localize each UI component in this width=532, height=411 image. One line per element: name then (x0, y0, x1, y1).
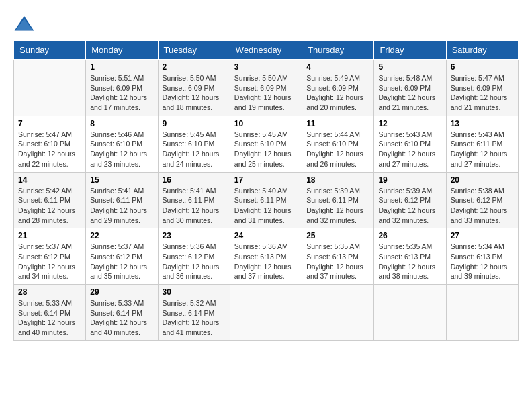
day-number: 16 (163, 175, 226, 185)
calendar-day-cell: 6Sunrise: 5:47 AM Sunset: 6:09 PM Daylig… (446, 60, 518, 116)
calendar-header-cell: Monday (86, 41, 158, 60)
day-info: Sunrise: 5:45 AM Sunset: 6:10 PM Dayligh… (163, 130, 226, 169)
calendar-day-cell: 1Sunrise: 5:51 AM Sunset: 6:09 PM Daylig… (86, 60, 158, 116)
day-number: 24 (234, 231, 298, 240)
day-number: 11 (306, 119, 369, 128)
day-number: 26 (378, 231, 441, 240)
day-number: 21 (18, 231, 81, 240)
calendar-day-cell: 4Sunrise: 5:49 AM Sunset: 6:09 PM Daylig… (302, 60, 374, 116)
day-number: 18 (306, 175, 369, 185)
calendar-week-row: 28Sunrise: 5:33 AM Sunset: 6:14 PM Dayli… (14, 285, 519, 341)
day-info: Sunrise: 5:39 AM Sunset: 6:12 PM Dayligh… (378, 186, 441, 226)
day-info: Sunrise: 5:36 AM Sunset: 6:13 PM Dayligh… (234, 242, 298, 281)
day-info: Sunrise: 5:33 AM Sunset: 6:14 PM Dayligh… (90, 298, 153, 338)
day-info: Sunrise: 5:41 AM Sunset: 6:11 PM Dayligh… (163, 186, 226, 226)
day-number: 10 (234, 119, 298, 128)
calendar-day-cell: 11Sunrise: 5:44 AM Sunset: 6:10 PM Dayli… (302, 116, 374, 172)
calendar-header-cell: Friday (374, 41, 446, 60)
calendar-day-cell: 19Sunrise: 5:39 AM Sunset: 6:12 PM Dayli… (374, 172, 446, 228)
day-info: Sunrise: 5:49 AM Sunset: 6:09 PM Dayligh… (306, 73, 369, 113)
calendar-day-cell: 2Sunrise: 5:50 AM Sunset: 6:09 PM Daylig… (158, 60, 230, 116)
day-number: 22 (90, 231, 153, 240)
logo (13, 13, 38, 35)
calendar-header-cell: Wednesday (230, 41, 302, 60)
day-number: 15 (90, 175, 153, 185)
calendar-day-cell: 30Sunrise: 5:32 AM Sunset: 6:14 PM Dayli… (158, 285, 230, 341)
day-number: 29 (90, 287, 153, 297)
day-info: Sunrise: 5:48 AM Sunset: 6:09 PM Dayligh… (378, 73, 441, 113)
day-number: 20 (451, 175, 514, 185)
calendar-day-cell: 21Sunrise: 5:37 AM Sunset: 6:12 PM Dayli… (14, 228, 86, 285)
day-number: 25 (306, 231, 369, 240)
day-info: Sunrise: 5:33 AM Sunset: 6:14 PM Dayligh… (18, 298, 81, 338)
calendar-day-cell (446, 285, 518, 341)
day-number: 27 (451, 231, 514, 240)
calendar-week-row: 21Sunrise: 5:37 AM Sunset: 6:12 PM Dayli… (14, 228, 519, 285)
calendar-body: 1Sunrise: 5:51 AM Sunset: 6:09 PM Daylig… (14, 60, 519, 341)
day-number: 17 (234, 175, 298, 185)
day-info: Sunrise: 5:43 AM Sunset: 6:11 PM Dayligh… (451, 130, 514, 169)
day-number: 5 (378, 62, 441, 72)
calendar-day-cell (230, 285, 302, 341)
calendar-day-cell: 25Sunrise: 5:35 AM Sunset: 6:13 PM Dayli… (302, 228, 374, 285)
day-number: 28 (18, 287, 81, 297)
day-info: Sunrise: 5:32 AM Sunset: 6:14 PM Dayligh… (163, 298, 226, 338)
calendar-day-cell: 24Sunrise: 5:36 AM Sunset: 6:13 PM Dayli… (230, 228, 302, 285)
calendar-day-cell: 27Sunrise: 5:34 AM Sunset: 6:13 PM Dayli… (446, 228, 518, 285)
calendar-day-cell: 12Sunrise: 5:43 AM Sunset: 6:10 PM Dayli… (374, 116, 446, 172)
svg-marker-1 (16, 19, 32, 30)
day-info: Sunrise: 5:35 AM Sunset: 6:13 PM Dayligh… (306, 242, 369, 281)
calendar-day-cell: 18Sunrise: 5:39 AM Sunset: 6:11 PM Dayli… (302, 172, 374, 228)
calendar-header-cell: Thursday (302, 41, 374, 60)
day-info: Sunrise: 5:47 AM Sunset: 6:09 PM Dayligh… (451, 73, 514, 113)
calendar-day-cell: 20Sunrise: 5:38 AM Sunset: 6:12 PM Dayli… (446, 172, 518, 228)
calendar-header-cell: Tuesday (158, 41, 230, 60)
day-info: Sunrise: 5:37 AM Sunset: 6:12 PM Dayligh… (18, 242, 81, 281)
day-info: Sunrise: 5:47 AM Sunset: 6:10 PM Dayligh… (18, 130, 81, 169)
calendar-week-row: 7Sunrise: 5:47 AM Sunset: 6:10 PM Daylig… (14, 116, 519, 172)
day-info: Sunrise: 5:41 AM Sunset: 6:11 PM Dayligh… (90, 186, 153, 226)
day-number: 23 (163, 231, 226, 240)
calendar-day-cell: 13Sunrise: 5:43 AM Sunset: 6:11 PM Dayli… (446, 116, 518, 172)
day-number: 9 (163, 119, 226, 128)
calendar-day-cell: 22Sunrise: 5:37 AM Sunset: 6:12 PM Dayli… (86, 228, 158, 285)
calendar-header-cell: Sunday (14, 41, 86, 60)
day-number: 3 (234, 62, 298, 72)
day-info: Sunrise: 5:45 AM Sunset: 6:10 PM Dayligh… (234, 130, 298, 169)
day-info: Sunrise: 5:50 AM Sunset: 6:09 PM Dayligh… (163, 73, 226, 113)
calendar-day-cell: 14Sunrise: 5:42 AM Sunset: 6:11 PM Dayli… (14, 172, 86, 228)
day-number: 7 (18, 119, 81, 128)
day-info: Sunrise: 5:46 AM Sunset: 6:10 PM Dayligh… (90, 130, 153, 169)
day-info: Sunrise: 5:39 AM Sunset: 6:11 PM Dayligh… (306, 186, 369, 226)
calendar-day-cell: 15Sunrise: 5:41 AM Sunset: 6:11 PM Dayli… (86, 172, 158, 228)
calendar-day-cell (374, 285, 446, 341)
day-number: 30 (163, 287, 226, 297)
calendar-day-cell: 29Sunrise: 5:33 AM Sunset: 6:14 PM Dayli… (86, 285, 158, 341)
calendar-day-cell: 10Sunrise: 5:45 AM Sunset: 6:10 PM Dayli… (230, 116, 302, 172)
day-info: Sunrise: 5:50 AM Sunset: 6:09 PM Dayligh… (234, 73, 298, 113)
day-info: Sunrise: 5:36 AM Sunset: 6:12 PM Dayligh… (163, 242, 226, 281)
calendar-day-cell (14, 60, 86, 116)
day-number: 19 (378, 175, 441, 185)
page-header (13, 13, 519, 35)
calendar-header-row: SundayMondayTuesdayWednesdayThursdayFrid… (14, 41, 519, 60)
day-number: 14 (18, 175, 81, 185)
day-info: Sunrise: 5:37 AM Sunset: 6:12 PM Dayligh… (90, 242, 153, 281)
calendar-day-cell: 8Sunrise: 5:46 AM Sunset: 6:10 PM Daylig… (86, 116, 158, 172)
calendar-day-cell: 23Sunrise: 5:36 AM Sunset: 6:12 PM Dayli… (158, 228, 230, 285)
calendar-week-row: 14Sunrise: 5:42 AM Sunset: 6:11 PM Dayli… (14, 172, 519, 228)
day-number: 1 (90, 62, 153, 72)
day-number: 4 (306, 62, 369, 72)
calendar-header-cell: Saturday (446, 41, 518, 60)
calendar-day-cell: 7Sunrise: 5:47 AM Sunset: 6:10 PM Daylig… (14, 116, 86, 172)
day-number: 2 (163, 62, 226, 72)
calendar-day-cell: 9Sunrise: 5:45 AM Sunset: 6:10 PM Daylig… (158, 116, 230, 172)
day-number: 8 (90, 119, 153, 128)
day-number: 6 (451, 62, 514, 72)
calendar-day-cell: 26Sunrise: 5:35 AM Sunset: 6:13 PM Dayli… (374, 228, 446, 285)
day-info: Sunrise: 5:38 AM Sunset: 6:12 PM Dayligh… (451, 186, 514, 226)
calendar-table: SundayMondayTuesdayWednesdayThursdayFrid… (13, 40, 519, 341)
day-info: Sunrise: 5:34 AM Sunset: 6:13 PM Dayligh… (451, 242, 514, 281)
calendar-day-cell: 5Sunrise: 5:48 AM Sunset: 6:09 PM Daylig… (374, 60, 446, 116)
calendar-week-row: 1Sunrise: 5:51 AM Sunset: 6:09 PM Daylig… (14, 60, 519, 116)
